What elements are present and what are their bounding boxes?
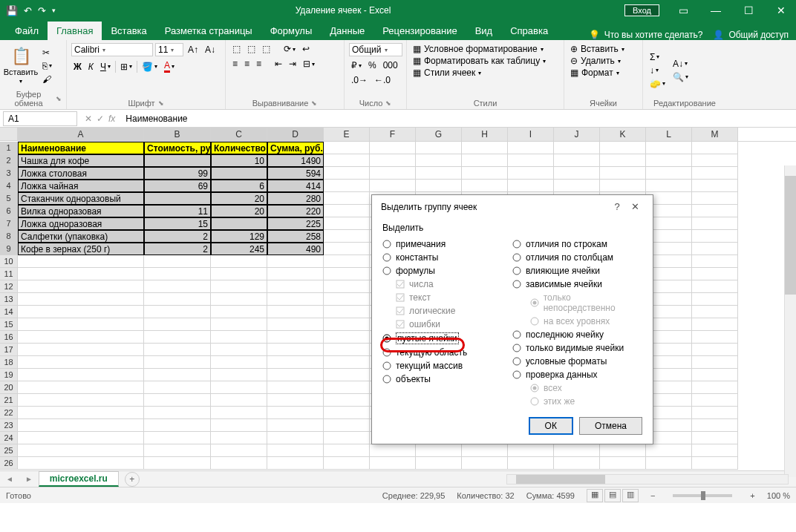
cell[interactable] [370,142,416,154]
radio-current-region[interactable]: текущую область [382,346,512,359]
cell[interactable] [324,356,370,369]
fx-icon[interactable]: fx [108,114,115,124]
cell[interactable]: Ложка столовая [18,167,144,180]
cell[interactable] [324,154,370,167]
cell[interactable] [267,394,324,407]
cell[interactable] [508,154,554,167]
cell[interactable] [211,432,267,444]
cell[interactable] [18,318,144,331]
cancel-formula-icon[interactable]: ✕ [85,114,92,124]
share-button[interactable]: 👤Общий доступ [713,30,789,40]
row-header[interactable]: 18 [0,356,18,369]
cell[interactable]: Стаканчик одноразовый [18,192,144,205]
cell[interactable] [646,180,692,192]
number-launcher-icon[interactable]: ⬊ [385,99,391,107]
cell[interactable] [324,444,370,457]
row-header[interactable]: 2 [0,154,18,167]
cancel-button[interactable]: Отмена [579,417,642,435]
radio-precedents[interactable]: влияющие ячейки [512,264,642,278]
increase-font-button[interactable]: A↑ [186,44,200,56]
enter-formula-icon[interactable]: ✓ [97,114,104,124]
cell[interactable] [18,394,144,407]
cell[interactable] [267,432,324,444]
cell[interactable] [508,444,554,457]
horizontal-scrollbar[interactable] [506,474,789,485]
cell[interactable] [646,167,692,180]
row-header[interactable]: 23 [0,419,18,432]
cell[interactable] [267,268,324,280]
column-header[interactable]: L [646,128,692,141]
cell[interactable] [600,180,646,192]
cell[interactable] [646,457,692,470]
column-header[interactable]: C [211,128,267,141]
align-top-button[interactable]: ⬚ [230,43,243,55]
row-header[interactable]: 22 [0,407,18,419]
tab-help[interactable]: Справка [501,22,557,40]
row-header[interactable]: 25 [0,444,18,457]
zoom-slider[interactable] [673,494,732,497]
cell[interactable]: 225 [267,217,324,230]
column-header[interactable]: F [370,128,416,141]
tab-file[interactable]: Файл [6,22,48,40]
merge-button[interactable]: ⊟▾ [301,58,317,70]
cell[interactable] [324,369,370,381]
cell[interactable] [692,306,738,318]
tab-data[interactable]: Данные [321,22,373,40]
cell[interactable] [324,217,370,230]
cell[interactable] [144,344,211,356]
cell[interactable] [144,432,211,444]
sort-filter-button[interactable]: A↓▾ [671,58,691,70]
cell[interactable]: Вилка одноразовая [18,205,144,217]
radio-blanks[interactable]: пустые ячейки [382,331,512,346]
cell[interactable] [324,167,370,180]
sheet-nav-next-icon[interactable]: ► [19,475,39,483]
cell[interactable] [324,268,370,280]
comma-button[interactable]: 000 [381,59,400,71]
cell[interactable] [692,192,738,205]
cell[interactable] [211,444,267,457]
name-box[interactable] [3,111,77,126]
cell[interactable] [267,280,324,293]
clear-button[interactable]: 🧽▾ [647,78,668,90]
cell[interactable] [324,142,370,154]
cell[interactable] [211,407,267,419]
italic-button[interactable]: К [86,61,96,73]
cell[interactable] [144,192,211,205]
cell[interactable] [267,318,324,331]
cell[interactable] [692,331,738,344]
row-header[interactable]: 14 [0,306,18,318]
page-break-view-button[interactable]: ▥ [622,489,639,502]
cell[interactable] [554,154,600,167]
borders-button[interactable]: ⊞▾ [118,61,134,73]
cell[interactable] [144,457,211,470]
redo-icon[interactable]: ↷ [38,5,46,16]
radio-row-diff[interactable]: отличия по строкам [512,237,642,251]
cell[interactable] [211,293,267,306]
tab-review[interactable]: Рецензирование [373,22,466,40]
cell[interactable] [324,293,370,306]
font-launcher-icon[interactable]: ⬊ [158,99,164,107]
cell[interactable] [692,407,738,419]
cell[interactable] [324,457,370,470]
dialog-close-button[interactable]: ✕ [626,201,644,212]
cell[interactable]: 69 [144,180,211,192]
minimize-icon[interactable]: — [701,4,731,16]
align-center-button[interactable]: ≡ [242,58,252,70]
align-bottom-button[interactable]: ⬚ [260,43,273,55]
cell[interactable] [416,457,462,470]
cell[interactable] [267,369,324,381]
cell[interactable] [692,243,738,255]
cell[interactable] [267,356,324,369]
zoom-out-button[interactable]: − [650,491,655,500]
cell[interactable]: Ложка чайная [18,180,144,192]
cell[interactable] [462,142,508,154]
cell[interactable]: 99 [144,167,211,180]
autosum-button[interactable]: Σ▾ [647,51,668,63]
cell[interactable] [211,394,267,407]
cell[interactable] [144,293,211,306]
cell[interactable]: 220 [267,205,324,217]
cell[interactable] [144,407,211,419]
ok-button[interactable]: ОК [529,417,573,435]
cell[interactable] [211,268,267,280]
cell[interactable]: Чашка для кофе [18,154,144,167]
